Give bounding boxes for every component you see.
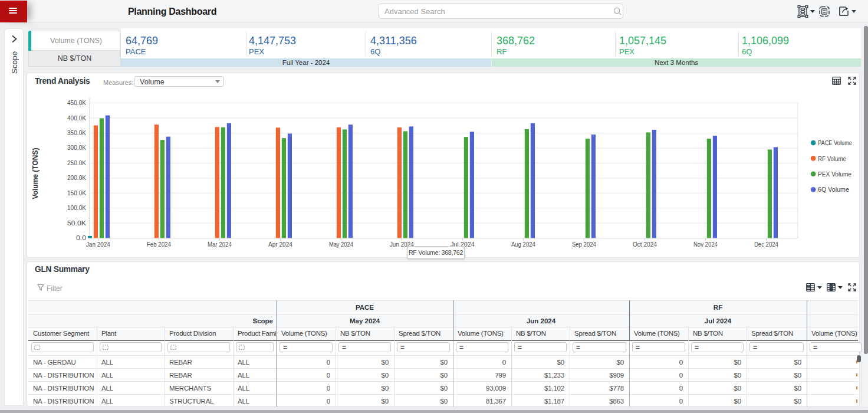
svg-text:Oct 2024: Oct 2024 xyxy=(633,241,657,248)
svg-text:Volume (TONS): Volume (TONS) xyxy=(31,148,40,199)
svg-text:Jan 2024: Jan 2024 xyxy=(86,241,110,248)
svg-text:May 2024: May 2024 xyxy=(329,241,353,248)
svg-text:PACE Volume: PACE Volume xyxy=(818,139,852,146)
svg-text:100.0K: 100.0K xyxy=(67,204,87,211)
svg-text:150.0K: 150.0K xyxy=(67,189,87,196)
svg-text:350.0K: 350.0K xyxy=(67,129,87,136)
svg-text:Sep 2024: Sep 2024 xyxy=(572,241,596,248)
svg-text:Feb 2024: Feb 2024 xyxy=(147,241,171,248)
svg-text:200.0K: 200.0K xyxy=(67,174,87,181)
svg-text:RF Volume: RF Volume xyxy=(818,155,846,162)
svg-text:50.0K: 50.0K xyxy=(67,219,87,227)
svg-text:Nov 2024: Nov 2024 xyxy=(693,241,718,248)
svg-text:6Q Volume: 6Q Volume xyxy=(818,186,849,193)
svg-text:Apr 2024: Apr 2024 xyxy=(268,241,292,248)
svg-text:250.0K: 250.0K xyxy=(67,159,87,166)
svg-text:Dec 2024: Dec 2024 xyxy=(754,241,778,248)
svg-text:450.0K: 450.0K xyxy=(67,99,87,106)
svg-text:Mar 2024: Mar 2024 xyxy=(208,241,232,248)
svg-text:PEX Volume: PEX Volume xyxy=(818,171,851,178)
svg-text:400.0K: 400.0K xyxy=(67,114,87,122)
svg-text:300.0K: 300.0K xyxy=(67,144,87,151)
svg-text:Aug 2024: Aug 2024 xyxy=(511,241,535,248)
svg-text:0.0: 0.0 xyxy=(76,234,86,241)
